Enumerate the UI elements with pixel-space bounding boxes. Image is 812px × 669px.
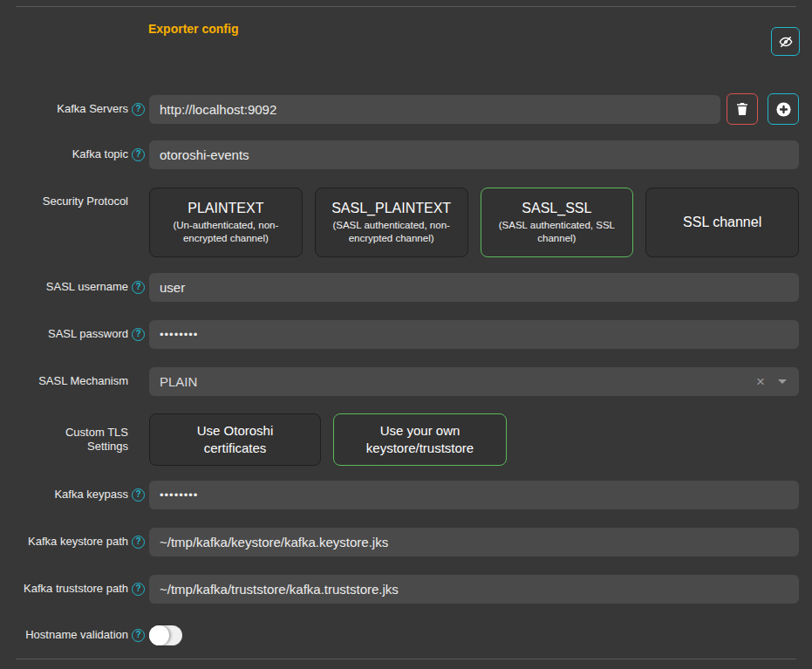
kafka-topic-control bbox=[149, 140, 799, 169]
security-protocol-control: PLAINTEXT (Un-authenticated, non-encrypt… bbox=[149, 188, 799, 257]
eye-slash-icon bbox=[778, 34, 794, 50]
kafka-servers-control bbox=[149, 93, 799, 125]
toggle-knob bbox=[149, 625, 169, 645]
kafka-servers-input[interactable] bbox=[149, 95, 720, 124]
kafka-servers-label-group: Kafka Servers ? bbox=[0, 102, 149, 116]
hide-section-button[interactable] bbox=[771, 27, 800, 56]
hostname-validation-control bbox=[149, 625, 799, 645]
kafka-topic-label: Kafka topic bbox=[72, 147, 128, 161]
kafka-topic-label-group: Kafka topic ? bbox=[0, 147, 149, 161]
clear-icon[interactable]: × bbox=[756, 374, 765, 389]
security-protocol-label: Security Protocol bbox=[43, 195, 128, 208]
security-protocol-label-group: Security Protocol bbox=[0, 188, 149, 208]
field-row-sasl-username: SASL username ? bbox=[0, 273, 812, 302]
custom-tls-label-group: Custom TLS Settings bbox=[0, 426, 149, 454]
kafka-keystore-path-label-group: Kafka keystore path ? bbox=[0, 535, 149, 549]
kafka-keypass-label-group: Kafka keypass ? bbox=[0, 488, 149, 502]
selected-value: PLAIN bbox=[160, 374, 756, 389]
kafka-servers-label: Kafka Servers bbox=[57, 102, 128, 116]
field-row-kafka-keystore-path: Kafka keystore path ? bbox=[0, 528, 812, 556]
help-icon[interactable]: ? bbox=[132, 281, 145, 294]
trash-icon bbox=[735, 102, 749, 116]
sasl-mechanism-control: PLAIN × bbox=[149, 367, 799, 396]
security-protocol-options: PLAINTEXT (Un-authenticated, non-encrypt… bbox=[149, 188, 799, 257]
help-icon[interactable]: ? bbox=[132, 148, 145, 161]
sasl-username-label-group: SASL username ? bbox=[0, 280, 149, 294]
field-row-sasl-mechanism: SASL Mechanism PLAIN × bbox=[0, 367, 812, 396]
option-title: SASL_PLAINTEXT bbox=[331, 200, 451, 218]
caret-down-icon[interactable] bbox=[778, 379, 787, 384]
kafka-truststore-path-input[interactable] bbox=[149, 575, 799, 604]
option-sasl-ssl[interactable]: SASL_SSL (SASL authenticated, SSL channe… bbox=[481, 188, 634, 257]
help-icon[interactable]: ? bbox=[132, 536, 145, 549]
hostname-validation-label-group: Hostname validation ? bbox=[0, 628, 149, 642]
kafka-keystore-path-label: Kafka keystore path bbox=[28, 535, 128, 549]
add-server-button[interactable] bbox=[768, 93, 799, 125]
sasl-mechanism-select[interactable]: PLAIN × bbox=[149, 367, 799, 396]
option-own-keystore[interactable]: Use your own keystore/truststore bbox=[333, 413, 507, 466]
kafka-truststore-path-control bbox=[149, 575, 799, 604]
option-subtitle: (SASL authenticated, SSL channel) bbox=[490, 219, 624, 245]
kafka-truststore-path-label-group: Kafka truststore path ? bbox=[0, 582, 149, 596]
help-icon[interactable]: ? bbox=[132, 583, 145, 596]
exporter-config-panel: Exporter config Kafka Servers ? bbox=[0, 6, 812, 669]
sasl-username-label: SASL username bbox=[46, 280, 128, 294]
option-title: PLAINTEXT bbox=[188, 200, 263, 218]
kafka-keypass-label: Kafka keypass bbox=[54, 488, 128, 502]
field-row-custom-tls: Custom TLS Settings Use Otoroshi certifi… bbox=[0, 413, 812, 466]
field-row-security-protocol: Security Protocol PLAINTEXT (Un-authenti… bbox=[0, 188, 812, 257]
kafka-keypass-input[interactable] bbox=[149, 481, 799, 509]
option-subtitle: (Un-authenticated, non-encrypted channel… bbox=[159, 219, 293, 245]
sasl-mechanism-label: SASL Mechanism bbox=[38, 374, 128, 388]
option-sasl-plaintext[interactable]: SASL_PLAINTEXT (SASL authenticated, non-… bbox=[315, 188, 468, 257]
help-icon[interactable]: ? bbox=[132, 488, 145, 502]
field-row-kafka-servers: Kafka Servers ? bbox=[0, 93, 812, 125]
delete-server-button[interactable] bbox=[727, 93, 758, 125]
bottom-divider bbox=[16, 659, 796, 659]
help-icon[interactable]: ? bbox=[132, 629, 145, 642]
option-ssl-channel[interactable]: SSL channel bbox=[645, 188, 799, 257]
help-icon[interactable]: ? bbox=[132, 328, 145, 341]
sasl-username-input[interactable] bbox=[149, 273, 799, 302]
sasl-username-control bbox=[149, 273, 799, 302]
option-subtitle: (SASL authenticated, non-encrypted chann… bbox=[324, 219, 459, 245]
sasl-password-input[interactable] bbox=[149, 320, 799, 349]
kafka-keystore-path-control bbox=[149, 528, 799, 556]
option-title: SASL_SSL bbox=[522, 200, 591, 218]
option-plaintext[interactable]: PLAINTEXT (Un-authenticated, non-encrypt… bbox=[149, 188, 303, 257]
option-title: Use your own keystore/truststore bbox=[358, 422, 481, 458]
hostname-validation-toggle[interactable] bbox=[149, 625, 182, 645]
sasl-password-label: SASL password bbox=[48, 327, 128, 341]
top-divider bbox=[16, 6, 796, 7]
field-row-kafka-topic: Kafka topic ? bbox=[0, 140, 812, 169]
kafka-keypass-control bbox=[149, 481, 799, 509]
panel-title: Exporter config bbox=[148, 22, 799, 36]
option-title: Use Otoroshi certificates bbox=[174, 422, 296, 458]
option-title: SSL channel bbox=[683, 214, 761, 232]
kafka-topic-input[interactable] bbox=[149, 140, 799, 169]
sasl-mechanism-label-group: SASL Mechanism bbox=[0, 374, 149, 388]
kafka-keystore-path-input[interactable] bbox=[149, 528, 799, 556]
plus-circle-icon bbox=[776, 102, 791, 117]
field-row-sasl-password: SASL password ? bbox=[0, 320, 812, 349]
help-icon[interactable]: ? bbox=[132, 103, 145, 116]
field-row-kafka-truststore-path: Kafka truststore path ? bbox=[0, 575, 812, 604]
sasl-password-label-group: SASL password ? bbox=[0, 327, 149, 341]
option-otoroshi-certificates[interactable]: Use Otoroshi certificates bbox=[149, 413, 321, 466]
custom-tls-label: Custom TLS Settings bbox=[58, 426, 128, 454]
kafka-truststore-path-label: Kafka truststore path bbox=[24, 582, 128, 596]
field-row-kafka-keypass: Kafka keypass ? bbox=[0, 481, 812, 509]
field-row-hostname-validation: Hostname validation ? bbox=[0, 625, 812, 645]
sasl-password-control bbox=[149, 320, 799, 349]
custom-tls-control: Use Otoroshi certificates Use your own k… bbox=[149, 413, 799, 466]
hostname-validation-label: Hostname validation bbox=[25, 628, 128, 642]
